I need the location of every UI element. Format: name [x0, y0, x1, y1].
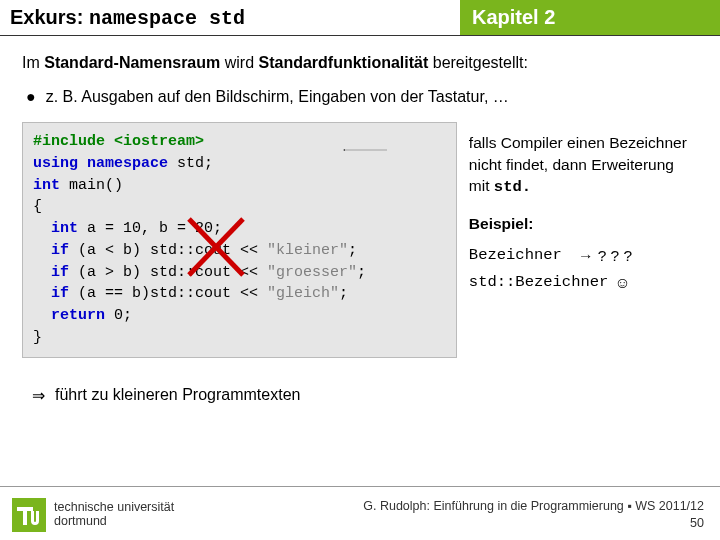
code-l3a: int [33, 177, 60, 194]
side-row-2: std::Bezeichner ☺ [469, 272, 698, 294]
side-row2a: std::Bezeichner [469, 272, 609, 294]
university-logo: technische universität dortmund [12, 498, 174, 532]
code-struck-2: std:: [150, 262, 195, 284]
code-l1b: <iostream> [114, 133, 204, 150]
header-label: Exkurs: [10, 6, 83, 28]
intro-b1: Standard-Namensraum [44, 54, 220, 71]
code-l6e: "kleiner" [267, 242, 348, 259]
svg-rect-6 [23, 507, 27, 525]
code-l8e: "gleich" [267, 285, 339, 302]
smiley-icon: ☺ [614, 272, 630, 294]
code-l7e: "groesser" [267, 264, 357, 281]
intro-text: Im Standard-Namensraum wird Standardfunk… [22, 54, 698, 72]
main-row: #include <iostream> using namespace std;… [22, 122, 698, 358]
code-l6f: ; [348, 242, 357, 259]
header-code: namespace std [89, 7, 245, 30]
side-heading: Beispiel: [469, 213, 698, 235]
side-row1b: → ? ? ? [578, 245, 632, 267]
code-l7f: ; [357, 264, 366, 281]
code-l9a: return [51, 307, 105, 324]
code-l6b: (a < b) [78, 242, 150, 259]
code-block: #include <iostream> using namespace std;… [22, 122, 457, 358]
slide-body: Im Standard-Namensraum wird Standardfunk… [0, 36, 720, 405]
intro-b2: Standardfunktionalität [259, 54, 429, 71]
code-l7a: if [51, 264, 69, 281]
bullet-icon: ● [22, 88, 36, 106]
intro-post: bereitgestellt: [428, 54, 528, 71]
conclusion-text: führt zu kleineren Programmtexten [55, 386, 300, 405]
code-l8d: cout << [195, 285, 267, 302]
slide-footer: technische universität dortmund G. Rudol… [0, 486, 720, 540]
credit-line: G. Rudolph: Einführung in die Programmie… [363, 498, 704, 514]
code-l4: { [33, 196, 446, 218]
code-l2a: using namespace [33, 155, 168, 172]
side-row1a: Bezeichner [469, 245, 562, 267]
uni-line2: dortmund [54, 515, 174, 529]
side-explanation: falls Compiler einen Bezeichner nicht fi… [469, 132, 698, 199]
header-title: Exkurs: namespace std [0, 0, 460, 35]
side-row-1: Bezeichner → ? ? ? [469, 245, 698, 267]
conclusion: ⇒ führt zu kleineren Programmtexten [22, 386, 698, 405]
code-l8f: ; [339, 285, 348, 302]
svg-rect-4 [12, 498, 46, 532]
code-l8b: (a == b) [78, 285, 150, 302]
code-struck-1: std:: [150, 240, 195, 262]
bullet-item: ● z. B. Ausgaben auf den Bildschirm, Ein… [22, 88, 698, 106]
code-l8a: if [51, 285, 69, 302]
code-l10: } [33, 327, 446, 349]
code-l7b: (a > b) [78, 264, 150, 281]
code-l6a: if [51, 242, 69, 259]
side-p1-code: std. [494, 178, 531, 196]
tu-logo-icon [12, 498, 46, 532]
intro-mid: wird [220, 54, 258, 71]
code-l9b: 0; [114, 307, 132, 324]
code-l1a: #include [33, 133, 105, 150]
code-l6d: cout << [195, 242, 267, 259]
implies-icon: ⇒ [32, 386, 45, 405]
uni-line1: technische universität [54, 501, 174, 515]
bullet-text: z. B. Ausgaben auf den Bildschirm, Einga… [46, 88, 509, 106]
code-l3b: main() [69, 177, 123, 194]
intro-pre: Im [22, 54, 44, 71]
code-struck-3: std:: [150, 283, 195, 305]
page-number: 50 [363, 515, 704, 531]
code-l2b: std; [177, 155, 213, 172]
code-l5a: int [51, 220, 78, 237]
footer-credit: G. Rudolph: Einführung in die Programmie… [363, 498, 704, 531]
chapter-badge: Kapitel 2 [460, 0, 720, 35]
code-l5b: a = 10, b = 20; [87, 220, 222, 237]
university-name: technische universität dortmund [54, 501, 174, 529]
side-note: falls Compiler einen Bezeichner nicht fi… [469, 122, 698, 300]
code-l7d: cout << [195, 264, 267, 281]
slide-header: Exkurs: namespace std Kapitel 2 [0, 0, 720, 36]
